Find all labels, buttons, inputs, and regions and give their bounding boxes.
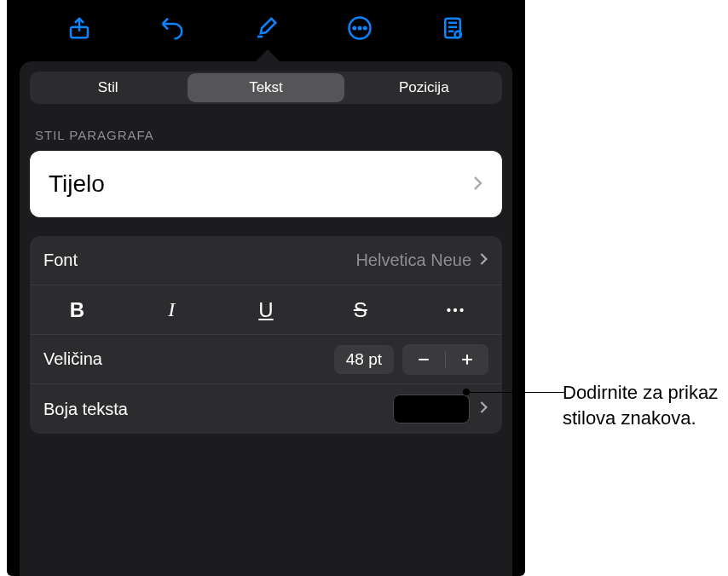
- svg-point-7: [447, 308, 450, 311]
- chevron-right-icon: [478, 251, 488, 270]
- bold-button[interactable]: B: [30, 285, 124, 334]
- annotation-text: Dodirnite za prikaz stilova znakova.: [563, 380, 725, 430]
- size-value[interactable]: 48 pt: [334, 345, 394, 374]
- font-row[interactable]: Font Helvetica Neue: [30, 236, 502, 285]
- more-circle-icon[interactable]: [343, 11, 377, 45]
- svg-point-6: [455, 32, 462, 38]
- paragraph-style-row[interactable]: Tijelo: [30, 151, 502, 217]
- text-color-row[interactable]: Boja teksta: [30, 384, 502, 434]
- share-icon[interactable]: [62, 11, 96, 45]
- view-mode-icon[interactable]: [436, 11, 470, 45]
- tab-position[interactable]: Pozicija: [346, 72, 502, 104]
- color-swatch[interactable]: [393, 395, 470, 423]
- size-stepper: [402, 344, 488, 375]
- svg-point-9: [459, 308, 463, 311]
- chevron-right-icon: [478, 400, 488, 418]
- text-color-label: Boja teksta: [43, 400, 128, 419]
- svg-point-3: [358, 27, 361, 30]
- chevron-right-icon: [471, 170, 483, 198]
- size-decrease-button[interactable]: [402, 344, 445, 375]
- popover-pointer: [256, 49, 280, 61]
- svg-point-4: [364, 27, 367, 30]
- text-style-row: B I U S: [30, 285, 502, 335]
- underline-button[interactable]: U: [219, 285, 314, 334]
- format-brush-icon[interactable]: [249, 11, 283, 45]
- paragraph-style-section-label: STIL PARAGRAFA: [35, 128, 497, 142]
- font-label: Font: [43, 251, 78, 270]
- text-settings-card: Font Helvetica Neue B I U S Veličina 4: [30, 236, 502, 434]
- font-value: Helvetica Neue: [355, 251, 471, 270]
- format-popover: Stil Tekst Pozicija STIL PARAGRAFA Tijel…: [20, 61, 512, 576]
- italic-button[interactable]: I: [124, 285, 219, 334]
- size-label: Veličina: [43, 349, 102, 369]
- svg-point-8: [453, 308, 456, 311]
- toolbar: [7, 0, 525, 56]
- svg-point-2: [353, 27, 355, 30]
- tab-text[interactable]: Tekst: [188, 73, 344, 102]
- strikethrough-button[interactable]: S: [313, 285, 407, 334]
- undo-icon[interactable]: [155, 11, 189, 45]
- size-increase-button[interactable]: [446, 344, 488, 375]
- size-row: Veličina 48 pt: [30, 335, 502, 384]
- annotation-line: [467, 392, 565, 393]
- more-styles-button[interactable]: [407, 285, 502, 334]
- paragraph-style-value: Tijelo: [49, 170, 105, 198]
- tab-segmented-control: Stil Tekst Pozicija: [30, 72, 502, 104]
- tab-style[interactable]: Stil: [30, 72, 186, 104]
